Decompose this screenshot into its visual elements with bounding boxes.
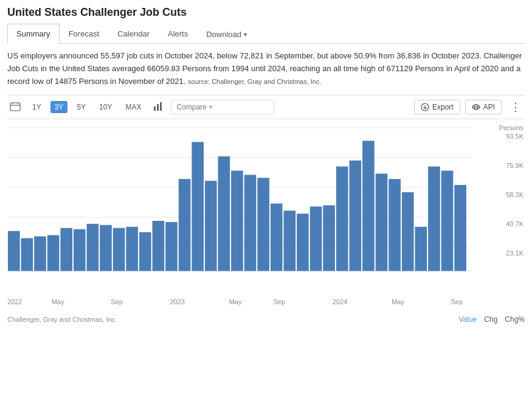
bar-item[interactable]: [192, 142, 204, 271]
chg-link[interactable]: Chg: [484, 315, 497, 324]
nav-tabs: Summary Forecast Calendar Alerts Downloa…: [7, 24, 525, 44]
time-10y[interactable]: 10Y: [95, 101, 116, 113]
bar-item[interactable]: [179, 179, 191, 271]
bar-chart: [7, 122, 497, 295]
chevron-down-icon: ▾: [244, 31, 247, 38]
footer-links: Value Chg Chg%: [458, 315, 525, 324]
page-title: United States Challenger Job Cuts: [7, 6, 525, 19]
bar-item[interactable]: [126, 227, 138, 271]
bar-item[interactable]: [441, 171, 454, 271]
bar-item[interactable]: [34, 237, 46, 271]
bar-item[interactable]: [74, 229, 86, 271]
footer: Challenger, Gray and Christmas, Inc. Val…: [7, 315, 525, 324]
x-axis-label: May: [52, 298, 64, 305]
bar-item[interactable]: [336, 167, 348, 271]
source-text: source: Challenger, Gray and Christmas, …: [188, 78, 321, 85]
bar-item[interactable]: [415, 227, 427, 271]
chart-area: Persons 93.5K 75.9K 58.3K 40.7K 23.1K 20…: [7, 122, 525, 310]
api-button[interactable]: API: [465, 100, 502, 114]
bar-item[interactable]: [153, 221, 165, 271]
value-link[interactable]: Value: [458, 315, 477, 324]
time-1y[interactable]: 1Y: [28, 101, 46, 113]
y-tick-935: 93.5K: [497, 133, 525, 140]
footer-source: Challenger, Gray and Christmas, Inc.: [7, 316, 117, 323]
bar-item[interactable]: [323, 206, 335, 271]
bar-item[interactable]: [271, 204, 283, 271]
export-button[interactable]: Export: [414, 100, 460, 114]
bar-item[interactable]: [244, 175, 257, 271]
tab-summary[interactable]: Summary: [7, 24, 60, 44]
bar-item[interactable]: [389, 179, 401, 271]
bar-item[interactable]: [165, 222, 178, 271]
bar-item[interactable]: [87, 224, 99, 271]
bar-item[interactable]: [454, 185, 466, 271]
y-axis-label: Persons: [497, 124, 525, 131]
chart-controls: 1Y 3Y 5Y 10Y MAX Export: [7, 95, 525, 119]
summary-description: US employers announced 55,597 job cuts i…: [7, 50, 525, 88]
calendar-icon[interactable]: [7, 100, 23, 114]
bar-item[interactable]: [8, 231, 20, 271]
tab-forecast[interactable]: Forecast: [60, 24, 109, 44]
x-axis-label: 2024: [333, 298, 347, 305]
bar-item[interactable]: [350, 161, 362, 271]
x-axis-label: May: [229, 298, 242, 305]
bar-item[interactable]: [231, 171, 243, 271]
bar-item[interactable]: [218, 156, 230, 271]
x-axis-label: 2022: [7, 298, 22, 305]
bar-item[interactable]: [205, 181, 217, 271]
svg-rect-5: [157, 104, 159, 111]
chgpct-link[interactable]: Chg%: [505, 315, 525, 324]
compare-input[interactable]: [171, 100, 274, 114]
y-tick-231: 23.1K: [497, 249, 525, 257]
time-5y[interactable]: 5Y: [72, 101, 90, 113]
bar-item[interactable]: [60, 228, 72, 271]
time-max[interactable]: MAX: [121, 101, 145, 113]
bar-item[interactable]: [257, 178, 269, 271]
x-axis-label: Sep: [274, 298, 286, 305]
x-axis-label: Sep: [111, 298, 123, 305]
bar-item[interactable]: [376, 174, 388, 271]
x-axis-label: 2023: [170, 298, 184, 305]
svg-rect-4: [154, 106, 156, 111]
download-label: Download: [206, 30, 241, 39]
y-tick-407: 40.7K: [497, 220, 525, 228]
bar-item[interactable]: [100, 225, 112, 271]
y-tick-583: 58.3K: [497, 191, 525, 198]
svg-rect-0: [10, 103, 20, 111]
bar-chart-icon[interactable]: [150, 100, 166, 114]
api-icon: [472, 103, 480, 111]
tab-download[interactable]: Download ▾: [197, 24, 256, 44]
time-3y[interactable]: 3Y: [50, 101, 68, 113]
x-axis-label: Sep: [451, 298, 463, 305]
bar-item[interactable]: [284, 211, 296, 271]
bar-item[interactable]: [310, 207, 322, 271]
tab-alerts[interactable]: Alerts: [159, 24, 197, 44]
bar-item[interactable]: [139, 232, 151, 271]
bar-item[interactable]: [21, 239, 33, 271]
bar-item[interactable]: [428, 167, 440, 271]
export-icon: [421, 103, 429, 111]
bar-item[interactable]: [402, 192, 414, 271]
x-axis: 2022MaySep2023MaySep2024MaySep: [7, 298, 525, 310]
tab-calendar[interactable]: Calendar: [108, 24, 159, 44]
bar-item[interactable]: [47, 235, 60, 271]
x-axis-label: May: [392, 298, 404, 305]
more-options-button[interactable]: ⋮: [506, 99, 525, 115]
y-tick-759: 75.9K: [497, 162, 525, 169]
bar-item[interactable]: [362, 141, 375, 271]
bar-item[interactable]: [297, 214, 309, 271]
svg-rect-6: [160, 102, 162, 111]
bar-item[interactable]: [113, 228, 125, 271]
